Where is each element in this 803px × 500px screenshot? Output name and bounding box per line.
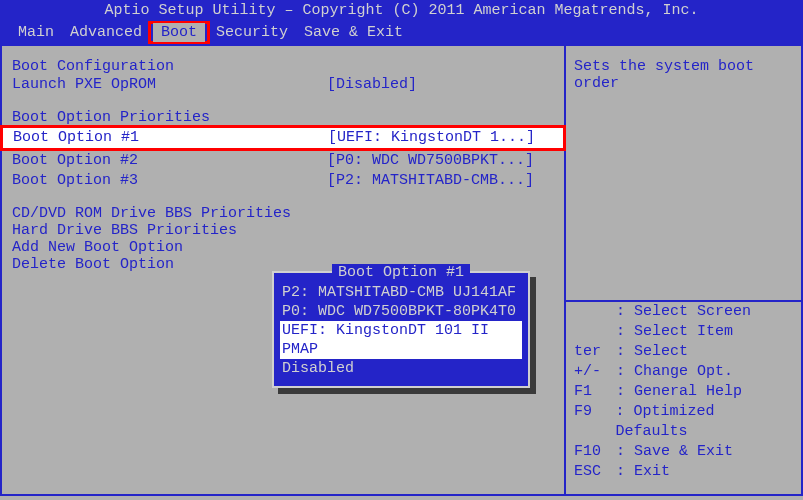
tab-main[interactable]: Main (10, 23, 62, 42)
help-key-select: ter: Select (574, 342, 793, 362)
boot-option-3-row[interactable]: Boot Option #3 [P2: MATSHITABD-CMB...] (12, 171, 554, 191)
launch-pxe-value: [Disabled] (327, 75, 554, 95)
help-key-defaults: F9: Optimized Defaults (574, 402, 793, 442)
help-key-exit: ESC: Exit (574, 462, 793, 482)
help-key-change: +/-: Change Opt. (574, 362, 793, 382)
add-boot-option[interactable]: Add New Boot Option (12, 239, 554, 256)
popup-item-2[interactable]: UEFI: KingstonDT 101 II PMAP (280, 321, 522, 359)
tab-advanced[interactable]: Advanced (62, 23, 150, 42)
popup-item-1[interactable]: P0: WDC WD7500BPKT-80PK4T0 (280, 302, 522, 321)
boot-option-3-label: Boot Option #3 (12, 171, 327, 191)
launch-pxe-row[interactable]: Launch PXE OpROM [Disabled] (12, 75, 554, 95)
boot-option-3-value: [P2: MATSHITABD-CMB...] (327, 171, 554, 191)
tab-boot[interactable]: Boot (153, 23, 205, 42)
boot-priorities-heading: Boot Option Priorities (12, 109, 554, 126)
boot-option-1-label: Boot Option #1 (13, 128, 328, 148)
help-keys: : Select Screen : Select Item ter: Selec… (574, 302, 793, 482)
help-key-screen: : Select Screen (574, 302, 793, 322)
boot-option-popup: Boot Option #1 P2: MATSHITABD-CMB UJ141A… (272, 271, 530, 388)
help-panel: Sets the system boot order : Select Scre… (566, 46, 801, 494)
boot-option-2-value: [P0: WDC WD7500BPKT...] (327, 151, 554, 171)
boot-option-2-label: Boot Option #2 (12, 151, 327, 171)
help-key-help: F1: General Help (574, 382, 793, 402)
tab-save-exit[interactable]: Save & Exit (296, 23, 411, 42)
launch-pxe-label: Launch PXE OpROM (12, 75, 327, 95)
popup-item-0[interactable]: P2: MATSHITABD-CMB UJ141AF (280, 283, 522, 302)
boot-option-2-row[interactable]: Boot Option #2 [P0: WDC WD7500BPKT...] (12, 151, 554, 171)
main-frame: Boot Configuration Launch PXE OpROM [Dis… (0, 44, 803, 496)
menu-bar: Main Advanced Boot Security Save & Exit (0, 21, 803, 44)
boot-option-1-value: [UEFI: KingstonDT 1...] (328, 128, 553, 148)
tab-boot-highlight: Boot (148, 21, 210, 44)
boot-option-1-row[interactable]: Boot Option #1 [UEFI: KingstonDT 1...] (3, 128, 563, 148)
help-description: Sets the system boot order (574, 58, 793, 92)
hdd-priorities[interactable]: Hard Drive BBS Priorities (12, 222, 554, 239)
popup-title: Boot Option #1 (280, 264, 522, 281)
bios-header: Aptio Setup Utility – Copyright (C) 2011… (0, 0, 803, 21)
popup-item-3[interactable]: Disabled (280, 359, 522, 378)
boot-option-1-highlight: Boot Option #1 [UEFI: KingstonDT 1...] (0, 125, 566, 151)
help-key-save: F10: Save & Exit (574, 442, 793, 462)
help-key-item: : Select Item (574, 322, 793, 342)
boot-config-heading: Boot Configuration (12, 58, 554, 75)
tab-security[interactable]: Security (208, 23, 296, 42)
cdrom-priorities[interactable]: CD/DVD ROM Drive BBS Priorities (12, 205, 554, 222)
